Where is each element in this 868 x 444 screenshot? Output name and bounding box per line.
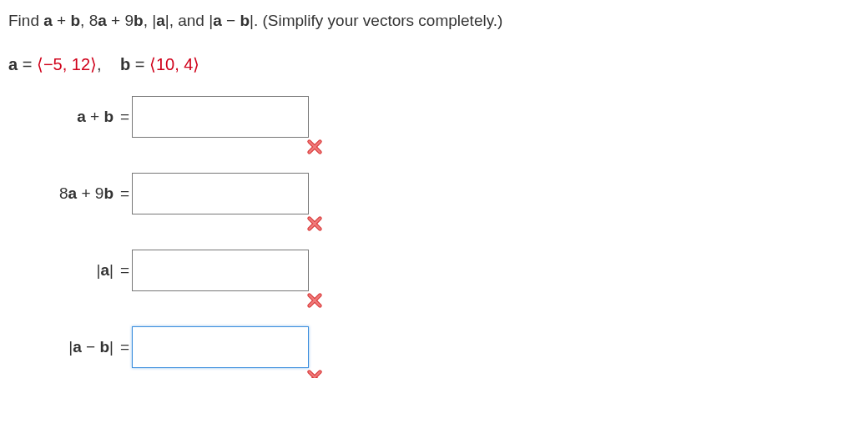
answer-input-a-plus-b[interactable] <box>132 96 309 138</box>
var-a: a <box>156 12 165 29</box>
equals-sign: = <box>114 261 132 280</box>
x-icon <box>305 138 324 156</box>
var-b: b <box>240 12 250 29</box>
input-cell <box>132 96 309 138</box>
incorrect-icon <box>305 368 324 378</box>
incorrect-icon <box>305 291 324 310</box>
row-label: 8a + 9b <box>8 184 114 203</box>
row-label: |a| <box>8 261 114 280</box>
var-b: b <box>70 12 80 29</box>
given-a-label: a <box>8 55 18 73</box>
x-icon <box>305 214 324 233</box>
input-cell <box>132 250 309 291</box>
row-label: |a − b| <box>8 338 114 356</box>
question-prefix: Find <box>8 12 43 29</box>
given-b-coord: 10, 4 <box>149 55 199 73</box>
var-a: a <box>43 12 53 29</box>
equals-sign: = <box>114 108 132 126</box>
x-icon <box>305 291 324 310</box>
answer-row-mag-a: |a| = <box>8 250 860 291</box>
given-a-coord: −5, 12 <box>37 55 97 73</box>
given-values: a = −5, 12, b = 10, 4 <box>8 54 860 74</box>
equals-sign: = <box>114 184 132 203</box>
var-b: b <box>134 12 144 29</box>
x-icon <box>305 368 324 378</box>
answer-row-8a-9b: 8a + 9b = <box>8 173 860 214</box>
row-label: a + b <box>8 108 114 126</box>
var-a: a <box>98 12 107 29</box>
question-suffix: . (Simplify your vectors completely.) <box>254 12 502 29</box>
answer-rows: a + b = 8a + 9b = <box>8 96 860 368</box>
answer-input-mag-a-minus-b[interactable] <box>132 326 309 368</box>
incorrect-icon <box>305 138 324 156</box>
equals-sign: = <box>114 338 132 356</box>
answer-row-a-plus-b: a + b = <box>8 96 860 138</box>
given-b-label: b <box>120 55 130 73</box>
input-cell <box>132 326 309 368</box>
input-cell <box>132 173 309 214</box>
answer-row-mag-a-minus-b: |a − b| = <box>8 326 860 368</box>
answer-input-mag-a[interactable] <box>132 250 309 291</box>
question-text: Find a + b, 8a + 9b, |a|, and |a − b|. (… <box>8 10 860 33</box>
answer-input-8a-9b[interactable] <box>132 173 309 214</box>
incorrect-icon <box>305 214 324 233</box>
var-a: a <box>213 12 222 29</box>
